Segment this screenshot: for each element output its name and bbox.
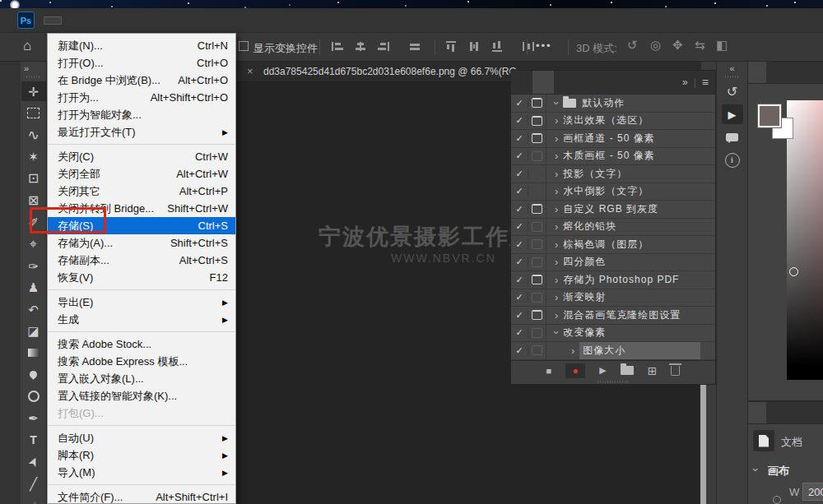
file-menu-item[interactable]: 生成 ▶ — [48, 311, 235, 328]
file-menu-item[interactable]: 存储副本... Alt+Ctrl+S ▶ — [48, 252, 235, 269]
dialog-toggle-icon[interactable] — [528, 130, 546, 147]
check-icon[interactable]: ✓ — [511, 150, 528, 161]
action-row[interactable]: ✓ 混合器画笔克隆绘图设置 — [511, 307, 715, 325]
clone-stamp-tool[interactable] — [21, 278, 46, 298]
check-icon[interactable]: ✓ — [511, 169, 528, 179]
menubar-item-3d[interactable] — [171, 17, 188, 24]
action-row[interactable]: ✓ 棕褐色调（图层） — [511, 236, 715, 254]
blur-tool[interactable] — [21, 365, 46, 385]
file-menu-item[interactable]: 搜索 Adobe Express 模板... ▶ — [48, 353, 235, 370]
twirl-icon[interactable] — [555, 309, 558, 321]
roll-3d-icon[interactable]: ◎ — [650, 38, 661, 53]
align-bottom-edges-icon[interactable] — [491, 40, 504, 53]
color-gradient-field[interactable] — [787, 100, 823, 380]
file-menu-item[interactable]: 置入嵌入对象(L)... ▶ — [48, 370, 235, 387]
twirl-icon[interactable] — [555, 291, 558, 303]
tab-properties[interactable] — [748, 402, 766, 423]
panel-expand-icon[interactable]: » — [682, 76, 688, 88]
file-menu-item[interactable]: 文件简介(F)... Alt+Shift+Ctrl+I ▶ — [48, 488, 235, 504]
twirl-icon[interactable] — [555, 185, 558, 197]
twirl-icon[interactable] — [555, 238, 558, 251]
dialog-toggle-icon[interactable] — [528, 148, 546, 165]
file-menu-item[interactable]: 导出(E) ▶ — [48, 294, 235, 311]
canvas-scrollbar[interactable] — [700, 385, 706, 504]
eraser-tool[interactable] — [21, 321, 46, 341]
twirl-icon[interactable] — [555, 326, 558, 339]
file-menu-item[interactable]: 导入(M) ▶ — [48, 464, 235, 481]
close-tab-icon[interactable]: × — [247, 65, 253, 77]
actions-panel-icon[interactable] — [722, 104, 743, 124]
dialog-toggle-icon[interactable] — [528, 289, 546, 307]
play-button[interactable] — [599, 365, 606, 376]
action-row[interactable]: ✓ 熔化的铅块 — [511, 219, 715, 237]
twirl-icon[interactable] — [555, 203, 558, 215]
dialog-toggle-icon[interactable] — [528, 183, 546, 201]
menubar-item-view[interactable] — [189, 17, 206, 24]
check-icon[interactable]: ✓ — [511, 292, 528, 303]
check-icon[interactable]: ✓ — [511, 257, 528, 267]
menubar-item-select[interactable] — [135, 17, 151, 24]
twirl-icon[interactable] — [555, 132, 558, 145]
file-menu-item[interactable]: 关闭(C) Ctrl+W ▶ — [48, 148, 235, 165]
file-menu-item[interactable]: 自动(U) ▶ — [48, 429, 235, 446]
align-left-edges-icon[interactable] — [331, 40, 344, 53]
check-icon[interactable]: ✓ — [511, 115, 528, 126]
tab-swatches[interactable] — [766, 62, 784, 83]
toolbar-grip[interactable] — [26, 76, 41, 78]
check-icon[interactable]: ✓ — [511, 310, 528, 321]
dodge-tool[interactable] — [21, 386, 46, 406]
action-row[interactable]: ✓ 存储为 Photoshop PDF — [511, 271, 715, 289]
menubar-item-type[interactable] — [117, 17, 133, 24]
menubar-item-window[interactable] — [226, 17, 242, 24]
dialog-toggle-icon[interactable] — [528, 165, 546, 183]
home-icon[interactable]: ⌂ — [23, 38, 31, 54]
menubar-item-edit[interactable] — [63, 17, 79, 24]
action-row-image-size[interactable]: ✓ 图像大小 — [511, 342, 715, 360]
file-menu-item[interactable]: ▶ — [48, 141, 235, 148]
dialog-toggle-icon[interactable] — [528, 95, 546, 112]
dialog-toggle-icon[interactable] — [528, 254, 546, 271]
distribute-horizontal-centers-icon[interactable] — [467, 40, 481, 53]
dialog-toggle-icon[interactable] — [528, 325, 546, 342]
more-options-icon[interactable]: ••• — [536, 39, 552, 52]
twirl-icon[interactable] — [555, 150, 558, 162]
history-panel-icon[interactable] — [722, 81, 743, 101]
file-menu-item[interactable]: 打开为智能对象... ▶ — [48, 106, 235, 123]
file-menu-item[interactable]: 关闭其它 Alt+Ctrl+P ▶ — [48, 183, 235, 200]
action-row[interactable]: ✓ 改变像素 — [511, 325, 715, 343]
check-icon[interactable]: ✓ — [511, 239, 528, 250]
action-row[interactable]: ✓ 画框通道 - 50 像素 — [511, 130, 715, 148]
show-transform-checkbox[interactable] — [239, 41, 249, 51]
check-icon[interactable]: ✓ — [511, 133, 528, 144]
twirl-icon[interactable] — [555, 274, 558, 286]
file-menu-item[interactable]: 置入链接的智能对象(K)... ▶ — [48, 387, 235, 405]
move-tool[interactable] — [21, 81, 46, 101]
check-icon[interactable]: ✓ — [511, 186, 528, 197]
camera-3d-icon[interactable]: ◧ — [716, 38, 728, 53]
dialog-toggle-icon[interactable] — [528, 219, 546, 236]
type-tool[interactable] — [21, 430, 46, 450]
photoshop-logo[interactable]: Ps — [17, 12, 35, 29]
color-picker-marker[interactable] — [789, 267, 798, 276]
action-row[interactable]: ✓ 淡出效果（选区） — [511, 113, 715, 131]
menubar-item-plugins[interactable] — [207, 17, 224, 24]
check-icon[interactable]: ✓ — [511, 98, 528, 109]
file-menu-item[interactable]: 恢复(V) F12 ▶ — [48, 269, 235, 286]
lasso-tool[interactable] — [21, 125, 46, 145]
marquee-tool[interactable] — [21, 104, 46, 123]
pan-3d-icon[interactable]: ✥ — [672, 38, 683, 53]
dialog-toggle-icon[interactable] — [528, 113, 546, 130]
tab-gradients[interactable] — [784, 62, 802, 83]
line-tool[interactable] — [21, 474, 46, 493]
tab-actions[interactable] — [532, 71, 554, 94]
file-menu-item[interactable]: 存储为(A)... Shift+Ctrl+S ▶ — [48, 234, 235, 252]
file-menu-item[interactable]: 新建(N)... Ctrl+N ▶ — [48, 37, 235, 54]
document-tab-title[interactable]: dd3a785425d41d675bc2d031e608ef6e.png @ 6… — [263, 66, 517, 77]
check-icon[interactable]: ✓ — [511, 327, 528, 338]
history-brush-tool[interactable] — [21, 299, 46, 319]
file-menu-item[interactable]: 关闭全部 Alt+Ctrl+W ▶ — [48, 165, 235, 183]
file-menu-item[interactable]: ▶ — [48, 328, 235, 335]
tab-color[interactable] — [748, 62, 766, 83]
align-right-edges-icon[interactable] — [377, 40, 390, 53]
dock-collapse-icon[interactable]: « — [717, 62, 747, 73]
